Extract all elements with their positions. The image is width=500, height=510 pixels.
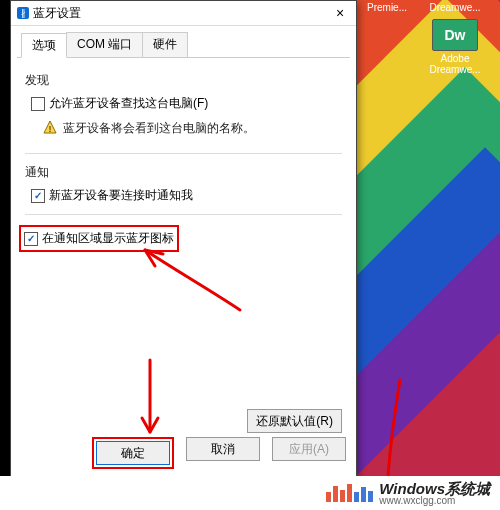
- desktop-icon[interactable]: Premie...: [356, 2, 418, 75]
- close-button[interactable]: ×: [330, 5, 350, 21]
- notify-new-device-row[interactable]: 新蓝牙设备要连接时通知我: [25, 185, 342, 206]
- discovery-group: 发现 允许蓝牙设备查找这台电脑(F) ! 蓝牙设备将会看到这台电脑的名称。: [25, 72, 342, 154]
- ok-button[interactable]: 确定: [96, 441, 170, 465]
- tabstrip: 选项 COM 端口 硬件: [17, 28, 350, 58]
- desktop-icon[interactable]: Dreamwe... Dw Adobe Dreamwe...: [424, 2, 486, 75]
- notify-new-device-label: 新蓝牙设备要连接时通知我: [49, 187, 193, 204]
- desktop-icons: Premie... Dreamwe... Dw Adobe Dreamwe...: [352, 0, 500, 77]
- allow-find-checkbox-row[interactable]: 允许蓝牙设备查找这台电脑(F): [25, 93, 342, 114]
- show-tray-icon-row[interactable]: 在通知区域显示蓝牙图标: [19, 225, 179, 252]
- warning-text: 蓝牙设备将会看到这台电脑的名称。: [63, 120, 255, 137]
- app-label: Dreamwe...: [424, 2, 486, 13]
- divider: [25, 214, 342, 215]
- tab-options[interactable]: 选项: [21, 33, 67, 58]
- watermark-text: Windows系统城: [379, 481, 490, 496]
- apply-button: 应用(A): [272, 437, 346, 461]
- tab-pane-options: 发现 允许蓝牙设备查找这台电脑(F) ! 蓝牙设备将会看到这台电脑的名称。 通知: [11, 58, 356, 252]
- app-label: Premie...: [356, 2, 418, 13]
- bluetooth-icon: ∦: [17, 7, 29, 19]
- window-title: 蓝牙设置: [33, 5, 330, 22]
- bluetooth-settings-window: ∦ 蓝牙设置 × 选项 COM 端口 硬件 发现 允许蓝牙设备查找这台电脑(F)…: [10, 0, 357, 480]
- app-label: Adobe Dreamwe...: [424, 53, 486, 75]
- ok-button-highlight: 确定: [92, 437, 174, 469]
- screenshot-root: Premie... Dreamwe... Dw Adobe Dreamwe...…: [0, 0, 500, 510]
- checkbox-icon: [31, 97, 45, 111]
- notify-group: 通知 新蓝牙设备要连接时通知我: [25, 164, 342, 215]
- checkbox-icon: [31, 189, 45, 203]
- dreamweaver-icon: Dw: [432, 19, 478, 51]
- watermark: Windows系统城 www.wxclgg.com: [0, 476, 500, 510]
- svg-text:!: !: [49, 124, 52, 134]
- tab-hardware[interactable]: 硬件: [142, 32, 188, 57]
- warning-icon: !: [43, 120, 57, 134]
- dialog-buttons: 确定 取消 应用(A): [21, 437, 346, 469]
- tray-group: 在通知区域显示蓝牙图标: [25, 225, 342, 252]
- watermark-url: www.wxclgg.com: [379, 496, 455, 506]
- cancel-button[interactable]: 取消: [186, 437, 260, 461]
- watermark-bars-icon: [326, 484, 373, 502]
- allow-find-label: 允许蓝牙设备查找这台电脑(F): [49, 95, 208, 112]
- restore-row: 还原默认值(R): [247, 409, 342, 433]
- notify-heading: 通知: [25, 164, 342, 181]
- show-tray-icon-label: 在通知区域显示蓝牙图标: [42, 230, 174, 247]
- divider: [25, 153, 342, 154]
- discovery-warning: ! 蓝牙设备将会看到这台电脑的名称。: [25, 114, 342, 145]
- restore-defaults-button[interactable]: 还原默认值(R): [247, 409, 342, 433]
- checkbox-icon: [24, 232, 38, 246]
- titlebar: ∦ 蓝牙设置 ×: [11, 1, 356, 26]
- discovery-heading: 发现: [25, 72, 342, 89]
- tab-com-ports[interactable]: COM 端口: [66, 32, 143, 57]
